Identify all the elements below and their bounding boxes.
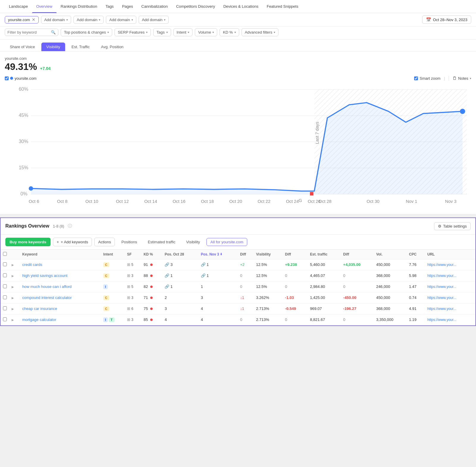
nav-item-overview[interactable]: Overview (32, 0, 57, 13)
volume-filter[interactable]: Volume ▾ (195, 28, 217, 36)
tab-visibility[interactable]: Visibility (41, 43, 65, 51)
nav-item-tags[interactable]: Tags (101, 0, 118, 13)
volume-value: 246,000 (376, 284, 390, 289)
pos-nov3-sort[interactable]: Pos. Nov 3 ⬇ (201, 252, 235, 256)
add-keywords-button[interactable]: + + Add keywords (53, 238, 92, 246)
add-domain-3[interactable]: Add domain ▾ (106, 16, 136, 24)
serp-features-filter[interactable]: SERP Features ▾ (115, 28, 151, 36)
date-range-button[interactable]: 📅 Oct 28–Nov 3, 2023 (422, 15, 471, 24)
row-cpc-cell: 5.98 (407, 270, 425, 281)
expand-arrow-icon[interactable]: ▶ (12, 263, 14, 267)
keyword-link[interactable]: compound interest calculator (22, 295, 72, 300)
row-checkbox[interactable] (3, 317, 7, 321)
row-visibility-cell: 12.5% (254, 270, 283, 281)
url-link[interactable]: https://www.your... (428, 307, 463, 311)
url-link[interactable]: https://www.your... (428, 296, 463, 300)
nav-item-featured-snippets[interactable]: Featured Snippets (262, 0, 302, 13)
keyword-search-input[interactable] (7, 30, 49, 35)
chart-legend-checkbox[interactable] (5, 76, 9, 80)
row-est-diff-cell: -450.00 (341, 292, 374, 303)
intent-badge: T (109, 317, 115, 322)
smart-zoom-checkbox[interactable] (414, 76, 418, 80)
nav-item-landscape[interactable]: Landscape (5, 0, 32, 13)
table-settings-button[interactable]: ⚙ Table settings (434, 222, 471, 230)
row-diff-cell: 0 (238, 270, 254, 281)
row-expand-cell: ▶ (9, 314, 20, 325)
keyword-link[interactable]: mortgage calculator (22, 317, 56, 322)
row-vol-cell: 368,000 (374, 270, 406, 281)
tab-share-of-voice[interactable]: Share of Voice (5, 43, 40, 51)
add-domain-4[interactable]: Add domain ▾ (139, 16, 169, 24)
nav-item-competitors-discovery[interactable]: Competitors Discovery (172, 0, 219, 13)
info-icon[interactable]: ⓘ (68, 223, 72, 229)
row-checkbox-cell (1, 314, 9, 325)
expand-arrow-icon[interactable]: ▶ (12, 296, 14, 300)
url-link[interactable]: https://www.your... (428, 274, 463, 278)
th-kd[interactable]: KD % (141, 250, 162, 259)
notes-button[interactable]: 🗒 Notes ▾ (449, 76, 471, 81)
keyword-link[interactable]: credit cards (22, 262, 42, 267)
actions-button[interactable]: Actions (94, 238, 115, 246)
th-vis-diff[interactable]: Diff (283, 250, 308, 259)
keyword-link[interactable]: cheap car insurance (22, 306, 57, 311)
row-checkbox[interactable] (3, 284, 7, 288)
th-url[interactable]: URL (425, 250, 476, 259)
row-cpc-cell: 1.47 (407, 281, 425, 292)
keyword-link[interactable]: how much house can i afford (22, 284, 72, 289)
view-tab-visibility[interactable]: Visibility (182, 238, 204, 246)
add-domain-2[interactable]: Add domain ▾ (73, 16, 104, 24)
kd-filter[interactable]: KD % ▾ (220, 28, 239, 36)
positions-changes-filter[interactable]: Top positions & changes ▾ (61, 28, 112, 36)
keyword-sort[interactable]: Keyword (22, 252, 98, 256)
row-pos-nov3-cell: 🔗 1 (198, 270, 238, 281)
th-intent[interactable]: Intent (101, 250, 125, 259)
est-traffic-value: 969.07 (310, 306, 322, 311)
buy-keywords-button[interactable]: Buy more keywords (5, 238, 51, 246)
add-domain-1[interactable]: Add domain ▾ (41, 16, 71, 24)
intent-filter[interactable]: Intent ▾ (173, 28, 193, 36)
expand-arrow-icon[interactable]: ▶ (12, 274, 14, 278)
view-tab-estimated-traffic[interactable]: Estimated traffic (144, 238, 180, 246)
th-pos-nov3[interactable]: Pos. Nov 3 ⬇ (198, 250, 238, 259)
keyword-link[interactable]: high yield savings account (22, 273, 68, 278)
th-keyword[interactable]: Keyword (20, 250, 101, 259)
nav-item-devices-locations[interactable]: Devices & Locations (219, 0, 263, 13)
row-visibility-cell: 2.713% (254, 314, 283, 325)
row-checkbox[interactable] (3, 262, 7, 266)
th-diff[interactable]: Diff (238, 250, 254, 259)
th-vol[interactable]: Vol. (374, 250, 406, 259)
th-est-traffic[interactable]: Est. traffic (308, 250, 341, 259)
th-cpc[interactable]: CPC (407, 250, 425, 259)
nav-item-rankings-distribution[interactable]: Rankings Distribution (57, 0, 101, 13)
row-vis-diff-cell: 0 (283, 314, 308, 325)
sf-count: 5 (131, 285, 134, 289)
th-pos-oct28[interactable]: Pos. Oct 28 (162, 250, 198, 259)
expand-arrow-icon[interactable]: ▶ (12, 307, 14, 311)
table-actions-row: Buy more keywords + + Add keywords Actio… (1, 235, 475, 250)
view-tab-all[interactable]: All for yoursite.com (206, 238, 247, 246)
advanced-filters[interactable]: Advanced filters ▾ (242, 28, 279, 36)
url-link[interactable]: https://www.your... (428, 285, 463, 289)
th-est-diff[interactable]: Diff (341, 250, 374, 259)
svg-text:0%: 0% (21, 191, 27, 196)
intent-badge: I (103, 317, 108, 322)
url-link[interactable]: https://www.your... (428, 263, 463, 267)
th-sf[interactable]: SF (125, 250, 141, 259)
search-icon: 🔍 (51, 30, 56, 35)
tags-filter[interactable]: Tags ▾ (153, 28, 171, 36)
row-checkbox[interactable] (3, 273, 7, 277)
url-link[interactable]: https://www.your... (428, 318, 463, 322)
expand-arrow-icon[interactable]: ▶ (12, 318, 14, 322)
tab-est-traffic[interactable]: Est. Traffic (66, 43, 95, 51)
nav-item-pages[interactable]: Pages (118, 0, 137, 13)
th-visibility[interactable]: Visibility (254, 250, 283, 259)
est-diff-value: 0 (343, 317, 345, 322)
domain-tag-close[interactable]: ✕ (32, 18, 35, 22)
nav-item-cannibalization[interactable]: Cannibalization (137, 0, 172, 13)
view-tab-positions[interactable]: Positions (117, 238, 141, 246)
row-checkbox[interactable] (3, 306, 7, 310)
expand-arrow-icon[interactable]: ▶ (12, 285, 14, 289)
select-all-checkbox[interactable] (3, 252, 7, 256)
row-checkbox[interactable] (3, 295, 7, 299)
tab-avg-position[interactable]: Avg. Position (96, 43, 129, 51)
